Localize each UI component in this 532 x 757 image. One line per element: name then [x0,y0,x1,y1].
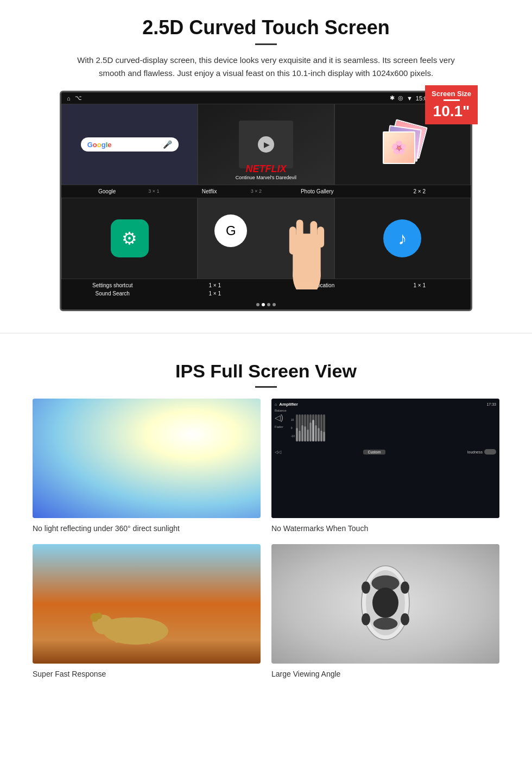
svg-point-13 [147,631,152,644]
loudness-toggle[interactable] [484,449,496,455]
settings-icon: ⚙ [111,219,149,257]
netflix-label: Netflix 3 × 2 [164,187,267,195]
settings-app-cell[interactable]: ⚙ [61,198,198,279]
amp-slider-1[interactable] [296,414,298,441]
sound-search-size: 1 × 1 [164,289,267,298]
share-location-icon: G [214,215,247,247]
photo-stack: 🌸 [381,123,424,166]
wifi-icon: ▼ [407,95,413,102]
home-icon[interactable]: ⌂ [67,95,71,102]
device-wrapper: Screen Size 10.1" ⌂ ⌥ ✱ ◎ ▼ [33,91,499,311]
share-cell-content: G [198,198,333,279]
balance-label: Balance [275,409,287,412]
section1-title: 2.5D Curved Touch Screen [33,16,499,39]
dots-indicator [61,300,471,310]
amp-slider-10[interactable] [320,414,322,441]
section2-title: IPS Full Screen View [33,361,499,382]
dot-4 [273,303,276,306]
svg-rect-4 [310,221,317,242]
settings-gear-icon: ⚙ [122,228,137,249]
feature-car: Large Viewing Angle [271,544,499,679]
google-search-bar[interactable]: Google 🎤 [81,137,179,152]
svg-point-23 [362,613,370,625]
amp-header: ⌂ Amplifier 17:33 [275,402,496,407]
maps-icon: G [226,223,236,238]
sunlight-caption: No light reflecting under 360° direct su… [33,524,180,533]
app-labels-row1: Google 3 × 1 Netflix 3 × 2 Photo Gallery… [61,185,471,198]
amp-screen: ⌂ Amplifier 17:33 Balance ◁) Fader [271,399,499,518]
section-divider [0,333,532,333]
amp-slider-5[interactable] [307,414,309,441]
app-labels-row2: Settings shortcut 1 × 1 Share location 1… [61,279,471,300]
status-bar-left: ⌂ ⌥ [67,94,82,102]
usb-icon: ⌥ [75,94,82,102]
cheetah-shape [60,604,168,647]
svg-rect-3 [296,219,303,241]
settings-cell-content: ⚙ [62,198,197,279]
photo-layer-3: 🌸 [383,131,415,164]
car-image [271,544,499,664]
amp-slider-8[interactable] [315,414,317,441]
google-logo: Google [87,141,112,149]
device-frame: ⌂ ⌥ ✱ ◎ ▼ 15:06 ⊡ ◁) ⊠ ▭ [60,91,472,311]
amplifier-image: ⌂ Amplifier 17:33 Balance ◁) Fader [271,399,499,518]
ips-title-underline [255,386,277,388]
svg-rect-2 [289,226,296,254]
custom-button[interactable]: Custom [363,450,385,455]
music-icon: ♪ [383,219,421,257]
bluetooth-icon: ✱ [390,94,395,102]
mic-icon[interactable]: 🎤 [163,140,172,149]
amp-slider-2[interactable] [299,414,301,441]
dot-1 [256,303,259,306]
amp-title: Amplifier [279,402,298,407]
google-app-cell[interactable]: Google 🎤 [61,104,198,185]
svg-point-21 [362,582,370,594]
feature-cheetah: Super Fast Response [33,544,261,679]
amp-slider-7[interactable] [312,414,314,441]
fader-label: Fader [275,425,283,428]
badge-line [444,99,460,101]
svg-point-15 [122,633,128,644]
cheetah-image [33,544,261,664]
cheetah-caption: Super Fast Response [33,670,106,678]
amp-slider-11[interactable] [323,414,325,441]
svg-point-24 [401,613,409,625]
netflix-subtitle: Continue Marvel's Daredevil [202,175,329,180]
amp-bottom-controls: ◁◁ Custom loudness [275,449,496,455]
sound-search-app-cell[interactable]: ♪ [334,198,471,279]
music-cell-content: ♪ [335,198,470,279]
play-button[interactable]: ▶ [258,136,274,153]
amplifier-caption: No Watermarks When Touch [271,524,368,533]
amp-slider-6[interactable] [309,414,312,441]
photo-gallery-size: 2 × 2 [369,187,471,195]
feature-amplifier: ⌂ Amplifier 17:33 Balance ◁) Fader [271,399,499,533]
netflix-overlay: NETFLIX Continue Marvel's Daredevil [198,159,333,185]
dot-3 [267,303,270,306]
play-icon: ▶ [264,140,270,149]
screen-size-badge: Screen Size 10.1" [425,85,478,124]
google-cell-content: Google 🎤 [62,104,197,185]
amp-side-labels: Balance ◁) Fader [275,409,287,447]
amp-time: 17:33 [486,402,496,406]
amp-equalizer: 10 0 -10 [291,409,496,447]
amp-bars [296,411,496,445]
car-caption: Large Viewing Angle [271,670,340,678]
music-note-icon: ♪ [398,229,407,249]
sunlight-image [33,399,261,518]
page-container: 2.5D Curved Touch Screen With 2.5D curve… [0,0,532,690]
amp-slider-4[interactable] [304,414,306,441]
amp-slider-9[interactable] [318,414,320,441]
svg-point-11 [96,613,102,619]
settings-size: 1 × 1 [164,281,267,289]
amp-slider-3[interactable] [301,414,303,441]
badge-label: Screen Size [432,90,471,98]
location-icon: ◎ [398,94,403,102]
status-bar: ⌂ ⌥ ✱ ◎ ▼ 15:06 ⊡ ◁) ⊠ ▭ [61,92,471,104]
share-location-app-cell[interactable]: G [198,198,334,279]
amp-back-icon[interactable]: ◁◁ [275,450,281,455]
car-top-view [350,559,421,648]
speaker-icon: ◁) [275,413,283,422]
netflix-app-cell[interactable]: ▶ NETFLIX Continue Marvel's Daredevil [198,104,334,185]
svg-point-19 [372,588,398,618]
curved-screen-section: 2.5D Curved Touch Screen With 2.5D curve… [0,0,532,322]
